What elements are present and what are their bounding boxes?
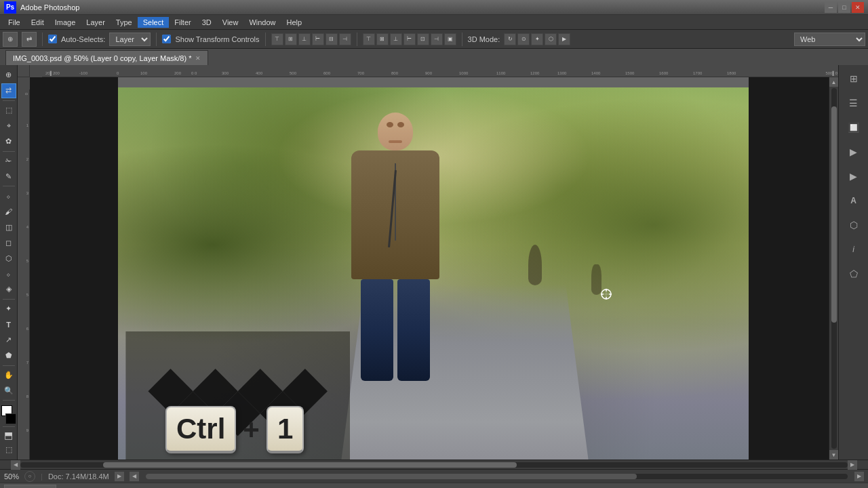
menu-edit[interactable]: Edit [26,17,50,28]
brush-tool[interactable]: 🖌 [1,204,16,219]
dist-left[interactable]: ⊢ [403,33,416,45]
eyedropper-tool[interactable]: ✎ [1,169,16,184]
vscroll-track[interactable] [831,88,837,449]
menu-type[interactable]: Type [111,17,138,28]
progress-track [146,474,848,479]
align-hcenter[interactable]: ⊟ [326,33,338,45]
ruler-mark: 100 [140,71,147,75]
path-select-tool[interactable]: ↗ [1,333,16,348]
rp-shape-icon[interactable]: ⬠ [843,263,865,285]
3d-icon4[interactable]: ⬡ [545,33,557,45]
move-tool[interactable]: ⊕ [1,68,16,83]
dist-extra[interactable]: ▣ [444,33,456,45]
menu-window[interactable]: Window [243,17,281,28]
marquee-tool[interactable]: ⬚ [1,103,16,118]
close-button[interactable]: ✕ [852,2,864,13]
dist-bottom[interactable]: ⊥ [390,33,402,45]
rp-actions-icon[interactable]: ▶ [843,141,865,163]
rp-text-icon[interactable]: A [843,190,865,211]
eraser-tool[interactable]: ⬡ [1,251,16,266]
magic-wand-tool[interactable]: ✿ [1,134,16,149]
vscroll-down[interactable]: ▼ [829,450,839,460]
status-arrow-left[interactable]: ◀ [130,472,139,481]
hscroll-thumb[interactable] [103,462,517,468]
canvas-area[interactable]: Ctrl + 1 [30,77,829,460]
history-tool[interactable]: ◻ [1,235,16,250]
pen-tool[interactable]: ✦ [1,302,16,317]
background-color[interactable] [5,413,16,424]
rp-hex-icon[interactable]: ⬡ [843,214,865,236]
gradient-tool[interactable]: ⬦ [1,266,16,281]
dist-h[interactable]: ⊡ [417,33,429,45]
align-bottom[interactable]: ⊥ [298,33,311,45]
transform-tool[interactable]: ⇄ [1,83,16,98]
doc-size: Doc: 7.14M/18.4M [48,472,109,481]
bg-person1 [528,245,542,285]
status-nav-right[interactable]: ▶ [854,472,864,481]
shape-tool[interactable]: ⬟ [1,348,16,363]
minimize-button[interactable]: ─ [825,2,837,13]
rp-play-icon[interactable]: ▶ [843,165,865,187]
stamp-tool[interactable]: ◫ [1,220,16,235]
lasso-tool[interactable]: ⌖ [1,119,16,134]
document-tab[interactable]: IMG_0003.psd @ 50% (Layer 0 copy, Layer … [5,50,208,65]
align-vcenter[interactable]: ⊞ [285,33,297,45]
rp-channels-icon[interactable]: ☰ [843,92,865,114]
menu-image[interactable]: Image [50,17,81,28]
tab-close-button[interactable]: ✕ [195,55,201,62]
v-ruler-mark: 1 [26,123,28,127]
dist-v[interactable]: ⊠ [376,33,389,45]
3d-icon1[interactable]: ↻ [504,33,516,45]
type-tool[interactable]: T [1,317,16,332]
menu-3d[interactable]: 3D [197,17,217,28]
menu-view[interactable]: View [217,17,244,28]
zoom-tool[interactable]: 🔍 [1,384,16,399]
layer-select[interactable]: Layer Group [109,33,151,46]
align-top[interactable]: ⊤ [271,33,283,45]
canvas-right-dark [749,77,829,460]
menu-filter[interactable]: Filter [169,17,196,28]
ctrl-key: Ctrl [165,406,236,453]
separator4 [357,33,357,46]
dist-right[interactable]: ⊣ [431,33,443,45]
auto-select-checkbox[interactable] [48,35,57,43]
vscroll-thumb[interactable] [831,106,837,323]
menu-help[interactable]: Help [281,17,308,28]
align-right[interactable]: ⊣ [339,33,351,45]
bg-person2 [591,264,601,295]
rp-layers-icon[interactable]: ⊞ [843,68,865,89]
hscroll-right[interactable]: ▶ [848,460,857,470]
hscroll-track[interactable] [20,462,848,468]
canvas-body: 0 1 2 3 4 5 5 6 7 8 9 [18,77,838,460]
titlebar-controls[interactable]: ─ □ ✕ [825,2,864,13]
healing-tool[interactable]: ⬦ [1,188,16,203]
3d-icon2[interactable]: ⊙ [517,33,530,45]
3d-icon3[interactable]: ✦ [531,33,543,45]
transform-checkbox[interactable] [162,35,171,43]
3d-icon5[interactable]: ▶ [558,33,570,45]
mini-bridge-tab[interactable]: Mini Bridge [4,485,56,489]
horizontal-scrollbar[interactable]: ◀ ▶ [0,460,868,469]
dodge-tool[interactable]: ◈ [1,282,16,297]
hscroll-left[interactable]: ◀ [11,460,20,470]
align-left[interactable]: ⊢ [312,33,324,45]
screen-mode-button[interactable]: ⬚ [1,442,16,457]
dist-top[interactable]: ⊤ [363,33,375,45]
maximize-button[interactable]: □ [838,2,850,13]
canvas-left-dark [30,77,118,460]
rp-info-icon[interactable]: i [843,239,865,260]
timeline-tab[interactable]: Timeline [58,485,100,489]
menu-layer[interactable]: Layer [81,17,111,28]
crop-tool[interactable]: ✁ [1,154,16,169]
vertical-scrollbar[interactable]: ▲ ▼ [829,77,838,460]
menu-file[interactable]: File [3,17,26,28]
vscroll-up[interactable]: ▲ [829,77,839,87]
menu-select[interactable]: Select [138,17,170,28]
status-separator: | [41,472,43,481]
workspace-select[interactable]: Web Essentials Photography [794,33,865,46]
status-arrow-right[interactable]: ▶ [115,472,124,481]
3d-mode-label: 3D Mode: [468,35,500,43]
quick-mask-button[interactable]: ⬒ [1,429,16,441]
rp-paths-icon[interactable]: 🔲 [843,117,865,138]
hand-tool[interactable]: ✋ [1,368,16,383]
